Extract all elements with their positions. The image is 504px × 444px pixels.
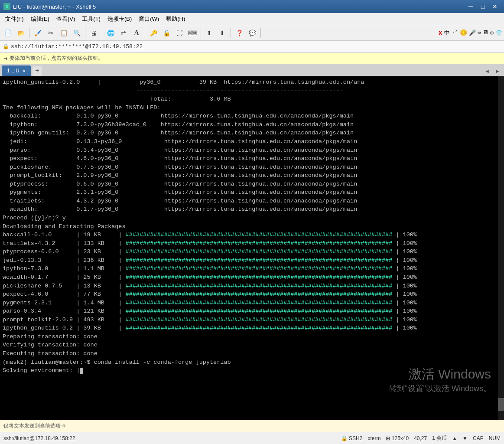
connect-button[interactable]: 🌐: [104, 27, 117, 39]
scroll-down-button[interactable]: ▼: [462, 435, 468, 441]
tab-nav: ◀ ▶: [482, 66, 502, 76]
terminal-line: parso-0.3.4 | 121 KB | #################…: [3, 307, 501, 316]
paint-button[interactable]: 🖌️: [32, 27, 44, 39]
ssh-status: 🔒 SSH2: [341, 435, 362, 441]
window-controls: ─ □ ✕: [465, 2, 501, 11]
status-address: ssh://liutian@172.18.49.158:22: [3, 435, 75, 441]
auth-button[interactable]: 🔒: [160, 27, 172, 39]
terminal-line: backcall: 0.1.0-py36_0 https://mirrors.t…: [3, 112, 501, 121]
emoji-icon: 😊: [460, 29, 467, 36]
window-title: LIU - liutian@master: ~ - Xshell 5: [13, 3, 96, 10]
status-bar: ssh://liutian@172.18.49.158:22 🔒 SSH2 xt…: [0, 432, 504, 444]
position-status: 40,27: [414, 435, 427, 441]
num-status: NUM: [489, 435, 501, 441]
terminal-line: Downloading and Extracting Packages: [3, 222, 501, 231]
tab-prev-button[interactable]: ◀: [482, 66, 492, 76]
minimize-button[interactable]: ─: [465, 2, 476, 11]
tab-bar: 1 LIU ✕ + ◀ ▶: [0, 64, 504, 76]
help-button[interactable]: ❓: [233, 27, 245, 39]
toolbar: 📄 📂 🖌️ ✂ 📋 🔍 🖨 🌐 ⇄ A 🔑 🔒 ⛶ ⌨ ⬆ ⬇ ❓ 💬 X 中…: [0, 25, 504, 41]
scrollbar-thumb[interactable]: [498, 398, 504, 411]
menu-view[interactable]: 查看(V): [53, 13, 78, 25]
key-button[interactable]: 🔑: [147, 27, 159, 39]
terminal-line: wcwidth-0.1.7 | 25 KB | ################…: [3, 273, 501, 282]
scroll-up-button[interactable]: ▲: [452, 435, 457, 441]
terminal-line: ipython: 7.3.0-py36h39e3cac_0 https://mi…: [3, 121, 501, 129]
upload-button[interactable]: ⬆: [203, 27, 215, 39]
menu-file[interactable]: 文件(F): [2, 13, 27, 25]
tab-close-icon[interactable]: ✕: [22, 69, 26, 73]
terminal-line: Total: 3.6 MB: [3, 95, 501, 104]
info-bar: ➜ 要添加当前会话，点击左侧的箭头按钮。: [0, 53, 504, 64]
tab-next-button[interactable]: ▶: [493, 66, 502, 76]
terminal-line: ipython_genutils: 0.2.0-py36_0 https://m…: [3, 129, 501, 137]
address-text: ssh://liutian:********@172.18.49.158:22: [11, 43, 143, 50]
sessions-status: 1 会话: [432, 434, 447, 442]
terminal-line: Preparing transaction: done: [3, 333, 501, 341]
ime-icon: 中: [444, 29, 450, 37]
xshell-brand-icon: X: [438, 29, 442, 36]
terminal-line: ----------------------------------------…: [3, 87, 501, 95]
terminal-line: traitlets: 4.3.2-py36_0 https://mirrors.…: [3, 197, 501, 206]
size-icon: ⊞: [386, 435, 390, 441]
bottom-info-text: 仅将文本发送到当前选项卡: [3, 422, 66, 430]
maximize-button[interactable]: □: [477, 2, 488, 11]
terminal-line: The following NEW packages will be INSTA…: [3, 104, 501, 112]
transfer-button[interactable]: ⇄: [117, 27, 130, 39]
close-button[interactable]: ✕: [489, 2, 501, 11]
menu-tab[interactable]: 选项卡(B): [104, 13, 135, 25]
terminal-line: jedi: 0.13.3-py36_0 https://mirrors.tuna…: [3, 137, 501, 146]
terminal-line: ipython_genutils-0.2.0 | py36_0 39 KB ht…: [3, 78, 501, 87]
new-session-button[interactable]: 📄: [2, 27, 14, 39]
download-button[interactable]: ⬇: [216, 27, 228, 39]
terminal-line: pygments: 2.3.1-py36_0 https://mirrors.t…: [3, 188, 501, 197]
print-button[interactable]: 🖨: [88, 27, 100, 39]
find-button[interactable]: 🔍: [71, 27, 83, 39]
menu-help[interactable]: 帮助(H): [163, 13, 189, 25]
ssh-label: SSH2: [349, 435, 362, 441]
fullscreen-button[interactable]: ⛶: [173, 27, 185, 39]
font-button[interactable]: A: [130, 27, 143, 39]
title-bar: X LIU - liutian@master: ~ - Xshell 5 ─ □…: [0, 0, 504, 13]
arrow-icon: ➜: [3, 56, 8, 62]
terminal-line: parso: 0.3.4-py36_0 https://mirrors.tuna…: [3, 146, 501, 155]
keyboard-button[interactable]: ⌨: [186, 27, 198, 39]
lock-icon: 🔒: [3, 43, 9, 50]
size-status: ⊞ 125x40: [386, 435, 409, 441]
term-status: xterm: [367, 435, 380, 441]
terminal-line: pexpect-4.6.0 | 77 KB | ################…: [3, 290, 501, 299]
address-bar: 🔒 ssh://liutian:********@172.18.49.158:2…: [0, 41, 504, 53]
terminal[interactable]: ipython_genutils-0.2.0 | py36_0 39 KB ht…: [0, 76, 504, 377]
terminal-line: jedi-0.13.3 | 236 KB | #################…: [3, 256, 501, 265]
chat-button[interactable]: 💬: [246, 27, 258, 39]
monitor-icon: 🖥: [483, 29, 488, 36]
open-button[interactable]: 📂: [15, 27, 27, 39]
dot-icon: ·°: [452, 29, 458, 36]
tab-label: 1 LIU: [7, 68, 20, 74]
terminal-line: Solving environment: |: [3, 366, 501, 375]
terminal-line: pexpect: 4.6.0-py36_0 https://mirrors.tu…: [3, 154, 501, 163]
terminal-line: (mask2) liutian@master:~$ conda install …: [3, 358, 501, 367]
terminal-line: pickleshare: 0.7.5-py36_0 https://mirror…: [3, 163, 501, 172]
menu-edit[interactable]: 编辑(E): [27, 13, 53, 25]
scrollbar[interactable]: [498, 76, 504, 420]
terminal-line: ptyprocess: 0.6.0-py36_0 https://mirrors…: [3, 180, 501, 189]
add-tab-button[interactable]: +: [33, 66, 42, 76]
terminal-line: prompt_toolkit-2.0.9 | 493 KB | ########…: [3, 316, 501, 324]
menu-window[interactable]: 窗口(W): [135, 13, 163, 25]
terminal-line: wcwidth: 0.1.7-py36_0 https://mirrors.tu…: [3, 205, 501, 214]
terminal-cursor: [80, 368, 83, 374]
terminal-line: Executing transaction: done: [3, 349, 501, 358]
copy-button[interactable]: 📋: [58, 27, 70, 39]
cut-button[interactable]: ✂: [45, 27, 57, 39]
terminal-line: ipython_genutils-0.2 | 39 KB | #########…: [3, 324, 501, 333]
shirt-icon: 👕: [495, 29, 502, 36]
menu-tools[interactable]: 工具(T): [78, 13, 104, 25]
terminal-line: pickleshare-0.7.5 | 13 KB | ############…: [3, 282, 501, 291]
terminal-line: ipython-7.3.0 | 1.1 MB | ###############…: [3, 264, 501, 273]
terminal-line: traitlets-4.3.2 | 133 KB | #############…: [3, 239, 501, 248]
terminal-line: prompt_toolkit: 2.0.9-py36_0 https://mir…: [3, 171, 501, 180]
app-icon: X: [3, 3, 10, 10]
tab-liu[interactable]: 1 LIU ✕: [2, 65, 31, 76]
cap-status: CAP: [473, 435, 484, 441]
